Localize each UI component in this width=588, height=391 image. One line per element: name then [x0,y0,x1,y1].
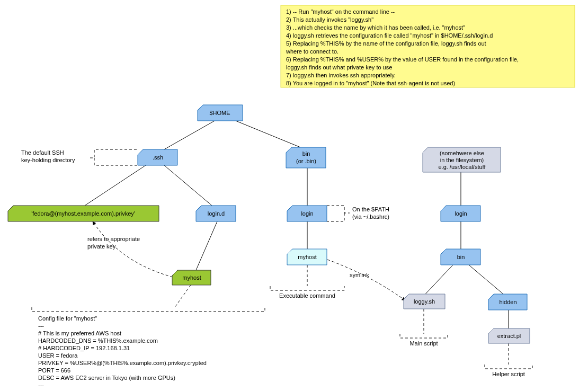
label-on-path-1: On the $PATH [352,206,389,212]
label-helper-script: Helper script [492,371,525,377]
svg-text:hidden: hidden [499,299,516,305]
svg-line-3 [85,165,146,206]
notebox-line: 5) Replacing %THIS% by the name of the c… [286,40,486,47]
config-line: # This is my preferred AWS host [38,330,121,336]
svg-text:e.g. /usr/local/stuff: e.g. /usr/local/stuff [438,164,486,170]
config-line: --- [38,323,44,329]
node-ssh: .ssh [138,149,177,165]
svg-text:extract.pl: extract.pl [497,333,521,339]
svg-line-7 [196,221,217,270]
notebox-line: 3) ...which checks the name by which it … [286,24,465,31]
svg-line-16 [175,285,191,307]
config-line: HARDCODED_DNS = %THIS%.example.com [38,337,158,344]
notebox-line: 6) Replacing %THIS% and %USER% by the va… [286,56,519,63]
svg-text:'fedora@(myhost.example.com).p: 'fedora@(myhost.example.com).privkey' [31,210,135,217]
label-on-path-2: (via ~/.bashrc) [352,214,389,220]
node-bin: bin (or .bin) [286,147,326,168]
node-login-left: login [287,206,327,221]
notebox: 1) -- Run "myhost" on the command line -… [281,5,575,87]
config-title: Config file for "myhost" [38,315,97,322]
node-privkey: 'fedora@(myhost.example.com).privkey' [8,206,159,221]
node-login-right: login [441,206,480,221]
node-elsewhere: (somehwere else in the filesystem) e.g. … [423,147,501,172]
svg-text:loggy.sh: loggy.sh [414,298,435,305]
svg-text:myhost: myhost [182,274,201,281]
node-myhost-cmd: myhost [287,249,327,265]
config-line: USER = fedora [38,352,78,359]
label-exec-cmd: Executable command [279,292,335,299]
svg-line-4 [164,165,212,206]
node-extract: extract.pl [488,328,530,343]
svg-text:(or .bin): (or .bin) [296,158,316,164]
config-line: DESC = AWS EC2 server in Tokyo (with mor… [38,375,175,381]
config-line: # HARDCODED_IP = 192.168.1.31 [38,345,130,351]
node-logind: login.d [196,206,236,221]
svg-text:login: login [301,210,313,217]
svg-line-2 [236,121,300,147]
label-refers-1: refers to appropriate [87,236,140,242]
svg-text:.ssh: .ssh [153,154,163,161]
notebox-line: 4) loggy.sh retrieves the configuration … [286,32,493,39]
notebox-line: 7) loggy.sh then invokes ssh appropriate… [286,72,396,78]
svg-text:$HOME: $HOME [209,110,230,116]
svg-text:in the filesystem): in the filesystem) [440,157,484,163]
label-ssh-default-1: The default SSH [21,149,64,156]
svg-text:login: login [455,210,467,217]
svg-text:bin: bin [457,254,465,260]
config-line: PORT = 666 [38,367,70,374]
svg-line-11 [469,265,503,294]
notebox-line: 2) This actually invokes "loggy.sh" [286,16,373,23]
svg-text:login.d: login.d [208,210,225,217]
node-hidden: hidden [488,294,527,310]
svg-text:bin: bin [302,150,310,157]
config-line: PRIVKEY = %USER%@(%THIS%.example.com).pr… [38,360,207,366]
svg-text:myhost: myhost [298,254,316,260]
node-bin2: bin [441,249,480,265]
notebox-line: where to connect to. [286,48,338,55]
svg-line-1 [164,121,215,149]
node-home: $HOME [198,105,243,121]
label-refers-2: private key [87,243,116,250]
label-ssh-default-2: key-holding directory [21,157,75,163]
svg-text:(somehwere else: (somehwere else [440,150,484,156]
config-line: --- [38,382,44,388]
notebox-line: 8) You are logged in to "myhost" (Note t… [286,80,455,86]
config-box: Config file for "myhost" --- # This is m… [38,315,207,388]
label-symlink: symlink [350,272,369,278]
svg-line-10 [425,265,453,294]
node-loggy: loggy.sh [404,294,445,309]
notebox-line: 1) -- Run "myhost" on the command line -… [286,8,395,15]
diagram-canvas: 1) -- Run "myhost" on the command line -… [0,0,588,391]
node-myhost-cfg: myhost [172,270,211,285]
notebox-line: loggy.sh finds out what private key to u… [286,64,392,70]
label-main-script: Main script [409,340,438,346]
